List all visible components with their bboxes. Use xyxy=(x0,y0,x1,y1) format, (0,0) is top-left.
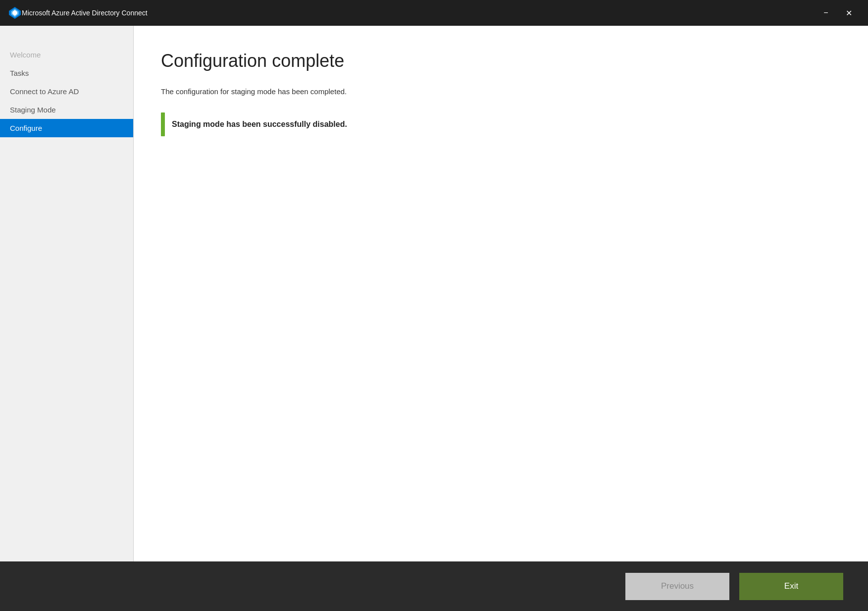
sidebar-item-staging-mode[interactable]: Staging Mode xyxy=(0,101,133,119)
sidebar-item-tasks[interactable]: Tasks xyxy=(0,64,133,82)
status-block: Staging mode has been successfully disab… xyxy=(161,112,841,136)
content-area: Welcome Tasks Connect to Azure AD Stagin… xyxy=(0,26,868,561)
title-bar: Microsoft Azure Active Directory Connect… xyxy=(0,0,868,26)
footer: Previous Exit xyxy=(0,561,868,611)
minimize-button[interactable]: − xyxy=(815,5,837,21)
previous-button: Previous xyxy=(625,573,729,600)
sidebar-item-connect-azure-ad[interactable]: Connect to Azure AD xyxy=(0,82,133,101)
sidebar-item-configure[interactable]: Configure xyxy=(0,119,133,137)
status-indicator xyxy=(161,112,165,136)
page-title: Configuration complete xyxy=(161,51,841,71)
exit-button[interactable]: Exit xyxy=(739,573,843,600)
app-title: Microsoft Azure Active Directory Connect xyxy=(22,9,815,17)
status-message: Staging mode has been successfully disab… xyxy=(172,120,347,129)
app-logo xyxy=(8,6,22,20)
sidebar: Welcome Tasks Connect to Azure AD Stagin… xyxy=(0,26,134,561)
close-button[interactable]: ✕ xyxy=(837,5,860,21)
window-body: Welcome Tasks Connect to Azure AD Stagin… xyxy=(0,26,868,611)
window-controls: − ✕ xyxy=(815,5,860,21)
main-panel: Configuration complete The configuration… xyxy=(134,26,868,561)
sidebar-item-welcome: Welcome xyxy=(0,46,133,64)
page-description: The configuration for staging mode has b… xyxy=(161,86,841,98)
